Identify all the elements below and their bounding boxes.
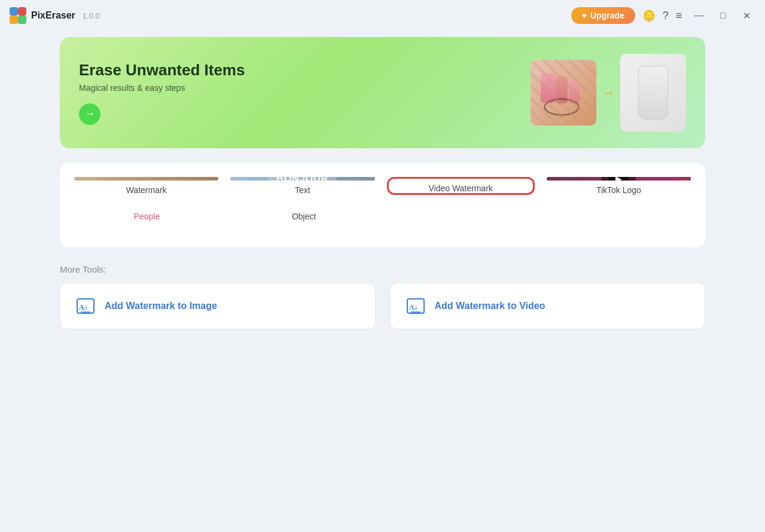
svg-rect-0 (10, 7, 18, 16)
titlebar-controls: ♥ Upgrade 🪙 ? ≡ — □ ✕ (571, 7, 755, 24)
minimize-button[interactable]: — (689, 8, 708, 23)
tiktok-label: TikTok Logo (596, 185, 641, 195)
hero-arrow-button[interactable]: → (79, 103, 100, 125)
app-version: 1.0.0 (83, 11, 100, 20)
maximize-button[interactable]: □ (715, 8, 731, 23)
hero-images: → (531, 54, 686, 132)
svg-text:A: A (79, 303, 84, 311)
add-watermark-image-card[interactable]: A a Add Watermark to Image (60, 283, 376, 329)
hero-subtitle: Magical results & easy steps (79, 83, 245, 93)
object-label: Object (292, 212, 316, 221)
tiktok-thumbnail: ♪ ▶ HOT! (547, 177, 691, 181)
arrow-right-icon: → (84, 108, 95, 120)
grid-item-tiktok[interactable]: ♪ ▶ HOT! TikTok Logo (547, 177, 691, 195)
more-tools-section: More Tools: A a Add Watermark to Image (60, 264, 705, 329)
titlebar: PixEraser 1.0.0 ♥ Upgrade 🪙 ? ≡ — □ ✕ (0, 0, 765, 31)
tools-row: A a Add Watermark to Image A a (60, 283, 705, 329)
add-watermark-video-icon: A a (405, 295, 426, 317)
bottle-shape (638, 66, 668, 120)
grid-item-text[interactable]: BONJOUR Text (230, 177, 374, 195)
svg-text:a: a (414, 304, 417, 311)
video-watermark-label: Video Watermark (428, 184, 492, 193)
add-watermark-video-label: Add Watermark to Video (435, 301, 545, 311)
add-watermark-image-label: Add Watermark to Image (105, 301, 217, 311)
help-icon[interactable]: ? (663, 10, 669, 22)
text-thumbnail: BONJOUR (230, 177, 374, 181)
grid-spacer-2 (545, 207, 691, 221)
more-tools-title: More Tools: (60, 264, 705, 274)
hero-before-image (531, 60, 596, 126)
people-label: People (134, 212, 160, 221)
heart-icon: ♥ (582, 11, 587, 20)
app-branding: PixEraser 1.0.0 (10, 7, 100, 24)
close-button[interactable]: ✕ (738, 8, 755, 24)
svg-rect-2 (10, 16, 18, 24)
grid-item-watermark[interactable]: Watermark Watermark (74, 177, 218, 195)
upgrade-button[interactable]: ♥ Upgrade (571, 7, 635, 24)
grid-row-2: People Object (74, 207, 691, 221)
coin-icon[interactable]: 🪙 (642, 9, 656, 22)
main-content: Erase Unwanted Items Magical results & e… (0, 31, 765, 341)
add-watermark-image-icon: A a (75, 295, 96, 317)
hero-card: Erase Unwanted Items Magical results & e… (60, 37, 705, 148)
grid-row-1: Watermark Watermark BONJOUR (74, 177, 691, 195)
text-label: Text (295, 185, 310, 195)
watermark-thumbnail: Watermark (74, 177, 218, 181)
hero-text: Erase Unwanted Items Magical results & e… (79, 61, 245, 125)
svg-rect-3 (18, 16, 26, 24)
grid-spacer-1 (389, 207, 534, 221)
grid-item-people[interactable]: People (74, 207, 220, 221)
add-watermark-video-card[interactable]: A a Add Watermark to Video (390, 283, 706, 329)
grid-item-video-watermark[interactable]: Watermark ▶ Video Watermark (387, 177, 535, 195)
hero-arrow-middle-icon: → (601, 84, 615, 101)
app-name: PixEraser (31, 10, 75, 21)
grid-item-object[interactable]: Object (231, 207, 377, 221)
menu-icon[interactable]: ≡ (676, 10, 682, 22)
watermark-label: Watermark (126, 185, 167, 195)
hero-title: Erase Unwanted Items (79, 61, 245, 80)
grid-section: Watermark Watermark BONJOUR (60, 163, 705, 247)
svg-rect-1 (18, 7, 26, 16)
svg-text:a: a (84, 304, 87, 311)
tiktok-play-icon: ▶ (608, 177, 629, 181)
app-logo-icon (10, 7, 26, 24)
hero-after-image (620, 54, 686, 132)
svg-text:A: A (409, 303, 414, 311)
